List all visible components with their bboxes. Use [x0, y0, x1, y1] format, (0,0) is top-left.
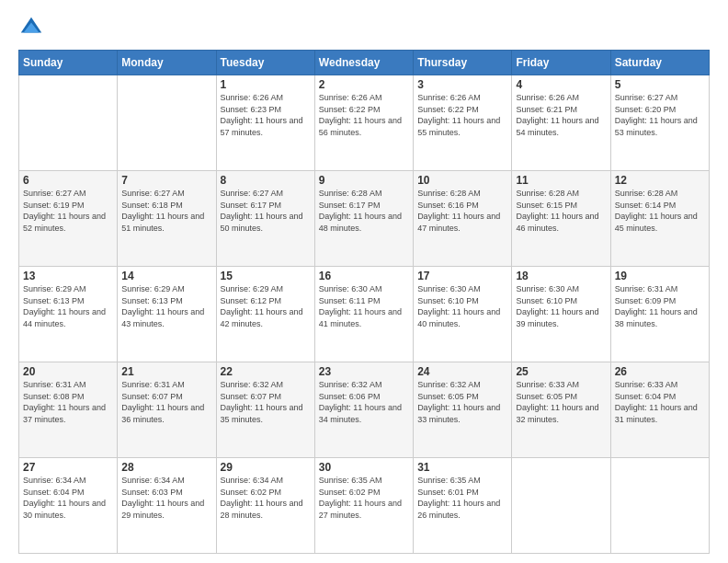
calendar-day-cell: 27Sunrise: 6:34 AMSunset: 6:04 PMDayligh… [19, 458, 118, 554]
day-number: 23 [319, 365, 409, 378]
calendar-day-cell: 21Sunrise: 6:31 AMSunset: 6:07 PMDayligh… [118, 362, 216, 458]
day-number: 6 [23, 174, 113, 187]
calendar-day-cell: 18Sunrise: 6:30 AMSunset: 6:10 PMDayligh… [512, 267, 610, 362]
day-number: 14 [121, 270, 211, 282]
day-of-week-header: Friday [512, 51, 610, 75]
day-info: Sunrise: 6:31 AMSunset: 6:09 PMDaylight:… [615, 283, 705, 329]
calendar-day-cell: 9Sunrise: 6:28 AMSunset: 6:17 PMDaylight… [314, 171, 413, 267]
day-of-week-header: Thursday [414, 51, 512, 75]
day-number: 22 [221, 365, 311, 378]
calendar-day-cell [610, 458, 709, 554]
calendar-day-cell [512, 458, 610, 554]
day-number: 15 [221, 270, 311, 282]
day-info: Sunrise: 6:27 AMSunset: 6:20 PMDaylight:… [615, 92, 705, 138]
day-info: Sunrise: 6:28 AMSunset: 6:17 PMDaylight:… [319, 188, 409, 234]
day-number: 26 [615, 365, 705, 378]
day-number: 18 [516, 270, 606, 282]
calendar-day-cell: 2Sunrise: 6:26 AMSunset: 6:22 PMDaylight… [314, 75, 413, 171]
calendar-day-cell: 15Sunrise: 6:29 AMSunset: 6:12 PMDayligh… [216, 267, 314, 362]
day-info: Sunrise: 6:34 AMSunset: 6:02 PMDaylight:… [221, 475, 311, 521]
day-number: 25 [516, 365, 606, 378]
day-number: 30 [319, 461, 409, 474]
day-number: 27 [23, 461, 113, 474]
day-of-week-header: Saturday [610, 51, 709, 75]
day-number: 11 [516, 174, 606, 187]
day-info: Sunrise: 6:28 AMSunset: 6:16 PMDaylight:… [417, 188, 507, 234]
calendar-day-cell: 31Sunrise: 6:35 AMSunset: 6:01 PMDayligh… [414, 458, 512, 554]
calendar-week-row: 1Sunrise: 6:26 AMSunset: 6:23 PMDaylight… [19, 75, 710, 171]
calendar-day-cell: 23Sunrise: 6:32 AMSunset: 6:06 PMDayligh… [314, 362, 413, 458]
day-info: Sunrise: 6:30 AMSunset: 6:11 PMDaylight:… [319, 283, 409, 329]
day-number: 21 [121, 365, 211, 378]
day-of-week-header: Wednesday [314, 51, 413, 75]
calendar-day-cell: 24Sunrise: 6:32 AMSunset: 6:05 PMDayligh… [414, 362, 512, 458]
calendar-header-row: SundayMondayTuesdayWednesdayThursdayFrid… [19, 51, 710, 75]
calendar-day-cell: 1Sunrise: 6:26 AMSunset: 6:23 PMDaylight… [216, 75, 314, 171]
calendar-day-cell [19, 75, 118, 171]
day-info: Sunrise: 6:33 AMSunset: 6:04 PMDaylight:… [615, 379, 705, 425]
day-info: Sunrise: 6:27 AMSunset: 6:17 PMDaylight:… [221, 188, 311, 234]
day-info: Sunrise: 6:31 AMSunset: 6:08 PMDaylight:… [23, 379, 113, 425]
day-info: Sunrise: 6:30 AMSunset: 6:10 PMDaylight:… [417, 283, 507, 329]
day-info: Sunrise: 6:32 AMSunset: 6:07 PMDaylight:… [221, 379, 311, 425]
day-info: Sunrise: 6:35 AMSunset: 6:02 PMDaylight:… [319, 475, 409, 521]
day-info: Sunrise: 6:32 AMSunset: 6:06 PMDaylight:… [319, 379, 409, 425]
day-number: 16 [319, 270, 409, 282]
day-number: 7 [121, 174, 211, 187]
page: SundayMondayTuesdayWednesdayThursdayFrid… [0, 0, 728, 563]
day-of-week-header: Tuesday [216, 51, 314, 75]
calendar-day-cell: 12Sunrise: 6:28 AMSunset: 6:14 PMDayligh… [610, 171, 709, 267]
calendar-day-cell [118, 75, 216, 171]
day-number: 5 [615, 78, 705, 91]
calendar-day-cell: 10Sunrise: 6:28 AMSunset: 6:16 PMDayligh… [414, 171, 512, 267]
day-number: 17 [417, 270, 507, 282]
calendar-day-cell: 3Sunrise: 6:26 AMSunset: 6:22 PMDaylight… [414, 75, 512, 171]
calendar-day-cell: 16Sunrise: 6:30 AMSunset: 6:11 PMDayligh… [314, 267, 413, 362]
calendar-week-row: 20Sunrise: 6:31 AMSunset: 6:08 PMDayligh… [19, 362, 710, 458]
day-info: Sunrise: 6:34 AMSunset: 6:04 PMDaylight:… [23, 475, 113, 521]
calendar-day-cell: 8Sunrise: 6:27 AMSunset: 6:17 PMDaylight… [216, 171, 314, 267]
calendar-day-cell: 4Sunrise: 6:26 AMSunset: 6:21 PMDaylight… [512, 75, 610, 171]
calendar-day-cell: 29Sunrise: 6:34 AMSunset: 6:02 PMDayligh… [216, 458, 314, 554]
calendar-week-row: 6Sunrise: 6:27 AMSunset: 6:19 PMDaylight… [19, 171, 710, 267]
day-number: 13 [23, 270, 113, 282]
calendar-day-cell: 5Sunrise: 6:27 AMSunset: 6:20 PMDaylight… [610, 75, 709, 171]
day-number: 8 [221, 174, 311, 187]
day-number: 4 [516, 78, 606, 91]
day-number: 2 [319, 78, 409, 91]
day-number: 20 [23, 365, 113, 378]
day-number: 10 [417, 174, 507, 187]
day-of-week-header: Monday [118, 51, 216, 75]
day-info: Sunrise: 6:29 AMSunset: 6:12 PMDaylight:… [221, 283, 311, 329]
logo [18, 15, 48, 40]
day-info: Sunrise: 6:27 AMSunset: 6:19 PMDaylight:… [23, 188, 113, 234]
calendar-day-cell: 22Sunrise: 6:32 AMSunset: 6:07 PMDayligh… [216, 362, 314, 458]
day-info: Sunrise: 6:30 AMSunset: 6:10 PMDaylight:… [516, 283, 606, 329]
calendar-day-cell: 14Sunrise: 6:29 AMSunset: 6:13 PMDayligh… [118, 267, 216, 362]
calendar-day-cell: 17Sunrise: 6:30 AMSunset: 6:10 PMDayligh… [414, 267, 512, 362]
calendar-day-cell: 7Sunrise: 6:27 AMSunset: 6:18 PMDaylight… [118, 171, 216, 267]
day-info: Sunrise: 6:31 AMSunset: 6:07 PMDaylight:… [121, 379, 211, 425]
calendar-week-row: 13Sunrise: 6:29 AMSunset: 6:13 PMDayligh… [19, 267, 710, 362]
day-info: Sunrise: 6:28 AMSunset: 6:15 PMDaylight:… [516, 188, 606, 234]
day-info: Sunrise: 6:28 AMSunset: 6:14 PMDaylight:… [615, 188, 705, 234]
day-info: Sunrise: 6:26 AMSunset: 6:22 PMDaylight:… [417, 92, 507, 138]
day-info: Sunrise: 6:26 AMSunset: 6:23 PMDaylight:… [221, 92, 311, 138]
calendar-day-cell: 11Sunrise: 6:28 AMSunset: 6:15 PMDayligh… [512, 171, 610, 267]
calendar-week-row: 27Sunrise: 6:34 AMSunset: 6:04 PMDayligh… [19, 458, 710, 554]
calendar-day-cell: 19Sunrise: 6:31 AMSunset: 6:09 PMDayligh… [610, 267, 709, 362]
calendar-day-cell: 20Sunrise: 6:31 AMSunset: 6:08 PMDayligh… [19, 362, 118, 458]
calendar-day-cell: 30Sunrise: 6:35 AMSunset: 6:02 PMDayligh… [314, 458, 413, 554]
header [18, 15, 710, 40]
day-info: Sunrise: 6:27 AMSunset: 6:18 PMDaylight:… [121, 188, 211, 234]
day-number: 3 [417, 78, 507, 91]
day-info: Sunrise: 6:26 AMSunset: 6:22 PMDaylight:… [319, 92, 409, 138]
day-number: 19 [615, 270, 705, 282]
day-number: 1 [221, 78, 311, 91]
day-info: Sunrise: 6:29 AMSunset: 6:13 PMDaylight:… [121, 283, 211, 329]
day-info: Sunrise: 6:26 AMSunset: 6:21 PMDaylight:… [516, 92, 606, 138]
day-info: Sunrise: 6:33 AMSunset: 6:05 PMDaylight:… [516, 379, 606, 425]
calendar-day-cell: 25Sunrise: 6:33 AMSunset: 6:05 PMDayligh… [512, 362, 610, 458]
day-number: 24 [417, 365, 507, 378]
day-info: Sunrise: 6:34 AMSunset: 6:03 PMDaylight:… [121, 475, 211, 521]
